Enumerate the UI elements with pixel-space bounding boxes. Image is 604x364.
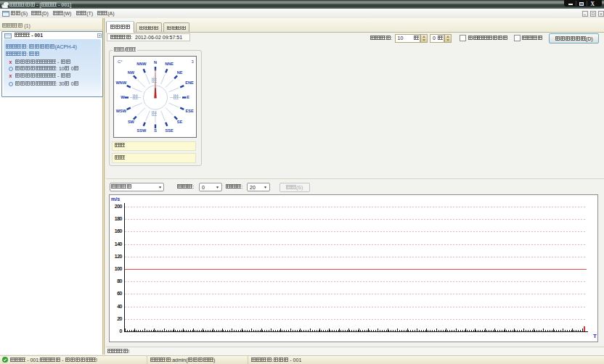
svg-text:C°: C° <box>118 59 123 64</box>
svg-text:E: E <box>187 95 189 99</box>
svg-text:NNW: NNW <box>136 62 147 66</box>
svg-text:3: 3 <box>192 59 194 64</box>
svg-text:ESE: ESE <box>185 109 193 113</box>
svg-text:N: N <box>154 60 157 65</box>
svg-text:NE: NE <box>177 70 183 75</box>
svg-text:ENE: ENE <box>185 80 194 85</box>
svg-text:WNW: WNW <box>116 80 127 85</box>
svg-text:SE: SE <box>177 120 183 124</box>
svg-text:SSE: SSE <box>165 128 173 133</box>
svg-text:SSW: SSW <box>137 128 147 133</box>
svg-text:W: W <box>121 95 125 99</box>
svg-text:NNE: NNE <box>165 62 174 66</box>
svg-text:WSW: WSW <box>116 109 127 113</box>
svg-text:S: S <box>154 128 157 133</box>
svg-text:NW: NW <box>128 70 135 75</box>
svg-text:SW: SW <box>128 120 135 124</box>
